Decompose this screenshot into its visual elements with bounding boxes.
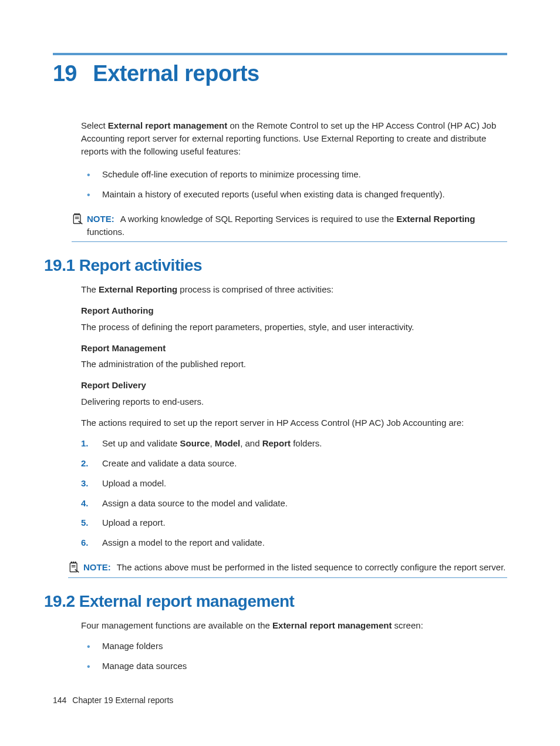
- svg-point-1: [75, 213, 75, 214]
- report-authoring-heading: Report Authoring: [81, 304, 507, 317]
- s192-intro: Four management functions are available …: [81, 619, 507, 632]
- note-icon: [72, 213, 83, 225]
- note-callout: NOTE:A working knowledge of SQL Reportin…: [72, 209, 507, 243]
- s191-body: The External Reporting process is compri…: [81, 283, 507, 549]
- report-management-desc: The administration of the published repo…: [81, 358, 507, 371]
- list-item: 6.Assign a model to the report and valid…: [81, 536, 507, 549]
- list-item: Maintain a history of executed reports (…: [81, 188, 507, 201]
- chapter-title: External reports: [93, 61, 259, 86]
- s192-bullets: Manage folders Manage data sources: [81, 640, 507, 673]
- list-item: Manage folders: [81, 640, 507, 653]
- report-delivery-desc: Delivering reports to end-users.: [81, 395, 507, 408]
- intro-paragraph: Select External report management on the…: [81, 119, 507, 157]
- svg-point-6: [73, 562, 74, 562]
- chapter-heading: 19 External reports: [53, 61, 507, 86]
- list-item: Manage data sources: [81, 660, 507, 673]
- section-heading-19-1: 19.1 Report activities: [44, 256, 507, 275]
- chapter-top-rule: [53, 53, 507, 55]
- note-callout: NOTE:The actions above must be performed…: [68, 557, 507, 578]
- note-text: NOTE:A working knowledge of SQL Reportin…: [87, 213, 507, 238]
- s192-body: Four management functions are available …: [81, 619, 507, 673]
- svg-point-7: [75, 562, 76, 562]
- list-item: 4.Assign a data source to the model and …: [81, 497, 507, 510]
- page-number: 144: [53, 695, 66, 705]
- report-management-heading: Report Management: [81, 342, 507, 355]
- svg-point-3: [79, 213, 79, 214]
- list-item: 2.Create and validate a data source.: [81, 457, 507, 470]
- svg-point-2: [77, 213, 77, 214]
- setup-steps: 1.Set up and validate Source, Model, and…: [81, 437, 507, 549]
- page-footer: 144Chapter 19 External reports: [53, 695, 173, 705]
- s191-intro: The External Reporting process is compri…: [81, 283, 507, 296]
- note-text: NOTE:The actions above must be performed…: [83, 561, 506, 574]
- actions-intro: The actions required to set up the repor…: [81, 416, 507, 429]
- list-item: 5.Upload a report.: [81, 516, 507, 529]
- intro-bullets: Schedule off-line execution of reports t…: [81, 168, 507, 201]
- list-item: 1.Set up and validate Source, Model, and…: [81, 437, 507, 450]
- list-item: 3.Upload a model.: [81, 477, 507, 490]
- list-item: Schedule off-line execution of reports t…: [81, 168, 507, 181]
- report-authoring-desc: The process of defining the report param…: [81, 321, 507, 334]
- svg-point-5: [71, 562, 72, 562]
- report-delivery-heading: Report Delivery: [81, 379, 507, 392]
- note-icon: [68, 562, 80, 573]
- section-heading-19-2: 19.2 External report management: [44, 592, 507, 611]
- footer-label: Chapter 19 External reports: [72, 695, 173, 705]
- intro-block: Select External report management on the…: [81, 119, 507, 201]
- chapter-number: 19: [53, 61, 76, 86]
